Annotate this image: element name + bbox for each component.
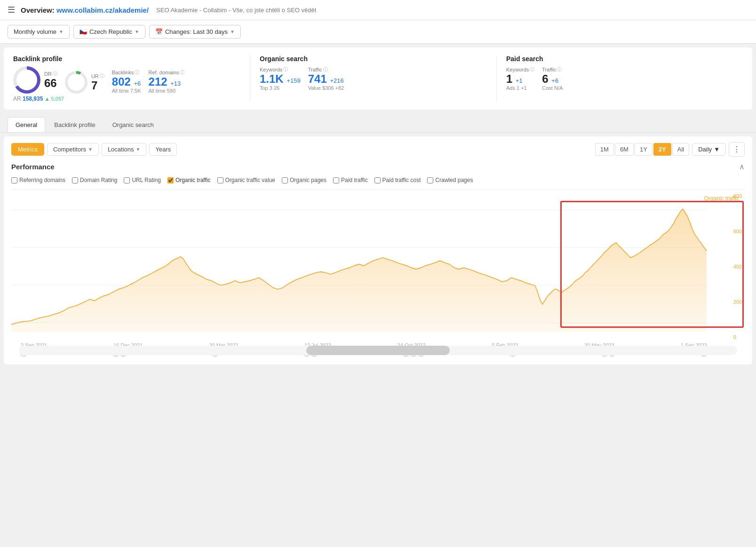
locations-dropdown[interactable]: Locations ▼ [102, 143, 147, 156]
volume-dropdown[interactable]: Monthly volume ▼ [8, 25, 70, 39]
y-axis-labels: 800 600 400 200 0 [733, 191, 742, 342]
time-buttons: 1M 6M 1Y 2Y All [595, 143, 689, 156]
tabs-bar: General Backlink profile Organic search [0, 113, 756, 133]
backlink-row: DR ⓘ 66 UR ⓘ 7 [13, 66, 240, 94]
ur-circle [65, 71, 88, 94]
chart-section: Metrics Competitors ▼ Locations ▼ Years … [4, 136, 752, 365]
checkboxes-row: Referring domains Domain Rating URL Rati… [11, 177, 745, 183]
backlink-title: Backlink profile [13, 55, 240, 63]
ur-block: UR ⓘ 7 [65, 71, 104, 94]
organic-kw-stat: Keywords ⓘ 1.1K +159 Top 3 26 [260, 66, 301, 91]
chart-svg [11, 191, 745, 342]
checkbox-paid-traffic-cost[interactable]: Paid traffic cost [374, 177, 421, 183]
checkbox-url-rating[interactable]: URL Rating [124, 177, 161, 183]
paid-traffic-stat: Traffic ⓘ 6 +6 Cost N/A [542, 66, 563, 91]
url-link[interactable]: www.collabim.cz/akademie/ [56, 6, 149, 14]
paid-title: Paid search [506, 55, 733, 63]
years-dropdown[interactable]: Years [149, 143, 177, 156]
page-subtitle: SEO Akademie - Collabim - Vše, co jste c… [156, 7, 316, 14]
info-icon[interactable]: ⓘ [53, 71, 57, 77]
refdomains-stat: Ref. domains ⓘ 212 +13 All time 590 [149, 69, 185, 94]
dr-block: DR ⓘ 66 [13, 66, 57, 94]
paid-kw-stat: Keywords ⓘ 1 +1 Ads 1 +1 [506, 66, 534, 91]
backlink-section: Backlink profile DR ⓘ 66 [13, 55, 250, 102]
chevron-down-icon: ▼ [136, 147, 141, 152]
metrics-button[interactable]: Metrics [11, 143, 44, 156]
checkbox-organic-traffic-value[interactable]: Organic traffic value [217, 177, 276, 183]
checkbox-organic-traffic[interactable]: Organic traffic [167, 177, 210, 183]
more-button[interactable]: ⋮ [729, 142, 745, 157]
backlinks-stat: Backlinks ⓘ 802 +6 All time 7.5K [112, 69, 141, 94]
chevron-down-icon: ▼ [59, 29, 64, 34]
time-1m[interactable]: 1M [595, 143, 614, 156]
country-dropdown[interactable]: 🇨🇿 Czech Republic ▼ [73, 25, 145, 39]
competitors-dropdown[interactable]: Competitors ▼ [47, 143, 99, 156]
chevron-down-icon: ▼ [230, 29, 235, 34]
organic-traffic-stat: Traffic ⓘ 741 +216 Value $306 +82 [308, 66, 344, 91]
scroll-bar[interactable] [19, 346, 737, 355]
info-icon[interactable]: ⓘ [135, 69, 139, 76]
changes-dropdown[interactable]: 📅 Changes: Last 30 days ▼ [149, 25, 241, 39]
divider [11, 189, 745, 190]
checkbox-domain-rating[interactable]: Domain Rating [72, 177, 117, 183]
checkbox-paid-traffic[interactable]: Paid traffic [333, 177, 367, 183]
ar-row: AR 158,935 ▲ 5,057 [13, 95, 240, 102]
dr-stat: DR ⓘ 66 [44, 71, 57, 89]
hamburger-menu[interactable]: ☰ [8, 5, 15, 15]
chart-wrapper: Organic traffic 800 600 400 200 0 [11, 191, 745, 342]
toolbar: Monthly volume ▼ 🇨🇿 Czech Republic ▼ 📅 C… [0, 20, 756, 44]
collapse-button[interactable]: ∧ [739, 162, 745, 171]
checkbox-crawled-pages[interactable]: Crawled pages [427, 177, 473, 183]
chart-toolbar: Metrics Competitors ▼ Locations ▼ Years … [11, 142, 745, 157]
calendar-icon: 📅 [155, 28, 163, 35]
page-title: Overview: www.collabim.cz/akademie/ [21, 6, 149, 14]
organic-title: Organic search [260, 55, 487, 63]
time-6m[interactable]: 6M [615, 143, 634, 156]
info-icon[interactable]: ⓘ [323, 66, 328, 73]
performance-header: Performance ∧ [11, 162, 745, 171]
tab-backlink-profile[interactable]: Backlink profile [46, 117, 103, 132]
performance-title: Performance [11, 163, 55, 171]
ur-stat: UR ⓘ 7 [91, 73, 104, 92]
info-icon[interactable]: ⓘ [180, 69, 184, 76]
scroll-thumb[interactable] [306, 346, 450, 355]
info-icon[interactable]: ⓘ [283, 66, 288, 73]
paid-row: Keywords ⓘ 1 +1 Ads 1 +1 Traffic ⓘ 6 +6 [506, 66, 733, 91]
dr-circle [13, 66, 40, 94]
paid-section: Paid search Keywords ⓘ 1 +1 Ads 1 +1 Tra… [497, 55, 743, 102]
organic-row: Keywords ⓘ 1.1K +159 Top 3 26 Traffic ⓘ … [260, 66, 487, 91]
checkbox-organic-pages[interactable]: Organic pages [282, 177, 326, 183]
organic-section: Organic search Keywords ⓘ 1.1K +159 Top … [250, 55, 497, 102]
chevron-down-icon: ▼ [714, 146, 720, 153]
daily-dropdown[interactable]: Daily ▼ [692, 143, 726, 156]
info-icon[interactable]: ⓘ [530, 66, 534, 73]
stats-panel: Backlink profile DR ⓘ 66 [4, 48, 752, 110]
time-2y[interactable]: 2Y [653, 143, 671, 156]
time-all[interactable]: All [672, 143, 689, 156]
tab-general[interactable]: General [8, 117, 45, 132]
chevron-down-icon: ▼ [135, 29, 139, 34]
checkbox-referring-domains[interactable]: Referring domains [11, 177, 65, 183]
time-1y[interactable]: 1Y [635, 143, 653, 156]
info-icon[interactable]: ⓘ [100, 73, 104, 79]
flag-icon: 🇨🇿 [80, 28, 87, 35]
chevron-down-icon: ▼ [88, 147, 93, 152]
tab-organic-search[interactable]: Organic search [104, 117, 162, 132]
top-bar: ☰ Overview: www.collabim.cz/akademie/ SE… [0, 0, 756, 20]
info-icon[interactable]: ⓘ [557, 66, 562, 73]
